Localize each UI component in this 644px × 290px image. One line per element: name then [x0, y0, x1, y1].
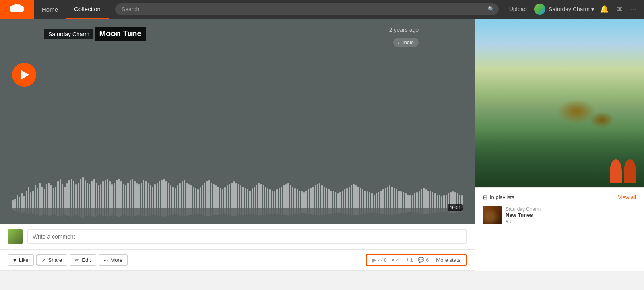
nav-home[interactable]: Home — [34, 0, 66, 19]
track-title: Moon Tune — [95, 27, 145, 41]
time-ago: 2 years ago — [389, 27, 419, 33]
comment-icon: 💬 — [418, 257, 424, 263]
avatar[interactable] — [534, 4, 545, 15]
svg-rect-5 — [10, 8, 24, 12]
artwork-figures — [610, 159, 636, 183]
upload-button[interactable]: Upload — [505, 6, 531, 12]
search-bar: 🔍 — [115, 3, 499, 15]
playlist-name: New Tunes — [506, 212, 541, 218]
navbar: Home Collection 🔍 Upload Saturday Charm … — [0, 0, 644, 19]
messages-mail-icon[interactable]: ✉ — [614, 5, 625, 14]
nav-right: Upload Saturday Charm ▾ 🔔 ✉ ··· — [505, 4, 644, 15]
pencil-icon: ✏ — [75, 257, 79, 263]
action-buttons: ♥ Like ↗ Share ✏ Edit ··· More ▶ 448 — [0, 250, 475, 271]
player-section: Saturday Charm Moon Tune 2 years ago # I… — [0, 19, 475, 271]
playlist-item[interactable]: Saturday Charm New Tunes ♥ 2 — [483, 206, 636, 224]
artist-name: Saturday Charm — [44, 29, 93, 39]
like-button[interactable]: ♥ Like — [8, 254, 34, 266]
heart-small-icon: ♥ — [506, 219, 508, 224]
user-avatar-comment — [8, 229, 23, 244]
stats-area: ▶ 448 ♥ 4 ↺ 1 💬 6 More stats — [366, 254, 467, 266]
share-button[interactable]: ↗ Share — [36, 254, 68, 266]
comment-bar — [0, 224, 475, 250]
more-stats-button[interactable]: More stats — [436, 257, 460, 263]
playlist-likes: ♥ 2 — [506, 219, 541, 224]
play-button[interactable] — [12, 63, 36, 87]
in-playlists-label: ⊞ In playlists — [483, 194, 514, 200]
figure-2 — [624, 159, 636, 183]
heart-icon: ♥ — [13, 257, 17, 263]
waveform-area: Saturday Charm Moon Tune 2 years ago # I… — [0, 19, 475, 224]
waveform-bars-bottom — [0, 208, 475, 220]
view-all-link[interactable]: View all — [618, 194, 636, 200]
artwork — [475, 19, 644, 187]
track-info: Saturday Charm Moon Tune — [44, 27, 146, 41]
play-icon — [21, 70, 29, 80]
right-sidebar: ⊞ In playlists View all Saturday Charm N… — [475, 19, 644, 271]
main-content: Saturday Charm Moon Tune 2 years ago # I… — [0, 19, 644, 271]
chevron-down-icon: ▾ — [591, 6, 594, 12]
share-icon: ↗ — [41, 257, 46, 263]
reposts-stat: ↺ 1 — [404, 257, 413, 263]
playlist-artist: Saturday Charm — [506, 206, 541, 212]
soundcloud-icon — [10, 3, 24, 16]
figure-1 — [610, 159, 622, 183]
track-duration: 10:01 — [448, 204, 463, 211]
username-dropdown[interactable]: Saturday Charm ▾ — [549, 6, 594, 12]
more-options-icon[interactable]: ··· — [628, 5, 639, 14]
search-icon: 🔍 — [488, 6, 495, 12]
repost-icon: ↺ — [404, 257, 409, 263]
tag-badge[interactable]: # Indie — [393, 38, 419, 47]
playlist-info: Saturday Charm New Tunes ♥ 2 — [506, 206, 541, 224]
play-count-icon: ▶ — [372, 257, 376, 263]
more-button[interactable]: ··· More — [99, 254, 128, 266]
waveform-bars-top — [0, 175, 475, 208]
playlist-icon: ⊞ — [483, 194, 487, 200]
comments-stat: 💬 6 — [418, 257, 429, 263]
dots-icon: ··· — [104, 257, 108, 263]
playlist-header: ⊞ In playlists View all — [483, 194, 636, 200]
search-input[interactable] — [115, 3, 499, 15]
likes-count-icon: ♥ — [392, 257, 395, 263]
edit-button[interactable]: ✏ Edit — [70, 254, 96, 266]
notifications-bell-icon[interactable]: 🔔 — [597, 5, 611, 14]
plays-stat: ▶ 448 — [372, 257, 387, 263]
nav-collection[interactable]: Collection — [66, 0, 109, 19]
likes-stat: ♥ 4 — [392, 257, 399, 263]
playlist-thumbnail — [483, 206, 502, 224]
playlist-section: ⊞ In playlists View all Saturday Charm N… — [475, 187, 644, 231]
waveform[interactable]: 10:01 — [0, 175, 475, 224]
logo[interactable] — [0, 0, 34, 19]
comment-input[interactable] — [27, 229, 467, 244]
